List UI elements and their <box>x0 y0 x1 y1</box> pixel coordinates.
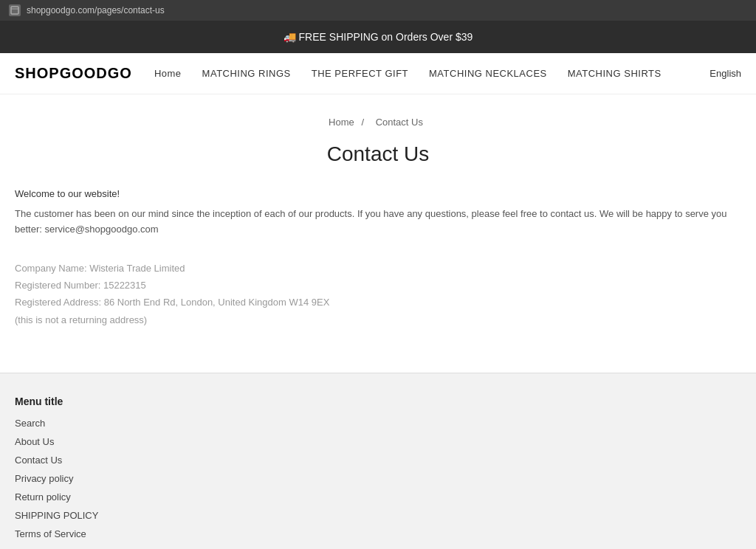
footer-menu-title: Menu title <box>15 396 741 407</box>
footer-link-return-policy[interactable]: Return policy <box>15 491 741 503</box>
footer-link-shipping-policy[interactable]: SHIPPING POLICY <box>15 510 741 521</box>
nav-matching-rings[interactable]: MATCHING RINGS <box>202 68 291 79</box>
company-reg-number: Registered Number: 15222315 <box>15 277 741 294</box>
shipping-banner: 🚚 FREE SHIPPING on Orders Over $39 <box>0 21 756 53</box>
site-logo[interactable]: SHOPGOODGO <box>15 65 132 82</box>
nav-perfect-gift[interactable]: THE PERFECT GIFT <box>312 68 408 79</box>
footer-link-about-us[interactable]: About Us <box>15 436 741 447</box>
description-text: The customer has been on our mind since … <box>15 207 741 238</box>
company-name: Company Name: Wisteria Trade Limited <box>15 260 741 277</box>
company-address: Registered Address: 86 North End Rd, Lon… <box>15 294 741 311</box>
footer-link-terms-of-service[interactable]: Terms of Service <box>15 528 741 539</box>
language-selector[interactable]: English <box>709 68 741 79</box>
footer: Menu title Search About Us Contact Us Pr… <box>0 373 756 549</box>
company-note: (this is not a returning address) <box>15 311 741 328</box>
footer-link-search[interactable]: Search <box>15 418 741 429</box>
breadcrumb-separator: / <box>361 117 364 128</box>
shipping-text: 🚚 FREE SHIPPING on Orders Over $39 <box>284 31 473 43</box>
main-content: Home / Contact Us Contact Us Welcome to … <box>0 94 756 373</box>
browser-bar: shopgoodgo.com/pages/contact-us <box>0 0 756 21</box>
browser-icon <box>9 4 21 16</box>
welcome-text: Welcome to our website! <box>15 188 741 199</box>
company-info: Company Name: Wisteria Trade Limited Reg… <box>15 260 741 329</box>
footer-link-privacy-policy[interactable]: Privacy policy <box>15 473 741 484</box>
header: SHOPGOODGO Home MATCHING RINGS THE PERFE… <box>0 53 756 94</box>
main-nav: Home MATCHING RINGS THE PERFECT GIFT MAT… <box>154 68 709 79</box>
page-title: Contact Us <box>15 142 741 166</box>
nav-home[interactable]: Home <box>154 68 182 79</box>
nav-matching-necklaces[interactable]: MATCHING NECKLACES <box>429 68 547 79</box>
breadcrumb-current: Contact Us <box>376 117 423 128</box>
nav-matching-shirts[interactable]: MATCHING SHIRTS <box>568 68 662 79</box>
footer-link-contact-us[interactable]: Contact Us <box>15 455 741 466</box>
footer-links: Search About Us Contact Us Privacy polic… <box>15 418 741 539</box>
svg-rect-0 <box>11 7 18 14</box>
browser-url: shopgoodgo.com/pages/contact-us <box>27 5 165 15</box>
breadcrumb: Home / Contact Us <box>15 117 741 128</box>
breadcrumb-home[interactable]: Home <box>329 117 354 128</box>
